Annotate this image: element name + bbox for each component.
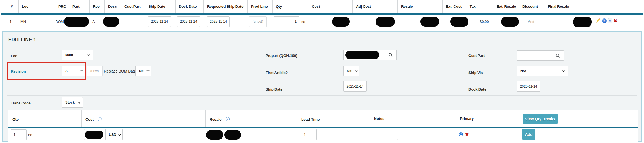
column-header-requested-ship-date: Requested Ship Date [203, 0, 247, 13]
resale-column-header: Resale [210, 117, 222, 121]
primary-column-header: Primary [460, 116, 474, 121]
column-header-qty: Qty [272, 0, 308, 13]
line-rev: A [92, 20, 95, 24]
column-header-prod-line: Prod Line [247, 0, 272, 13]
column-header-cust-part: Cust Part [121, 0, 145, 13]
notes-column-header: Notes [374, 116, 384, 121]
break-qty-input[interactable]: 1 [11, 129, 27, 140]
column-separator [81, 110, 82, 127]
redacted-ext-cost [450, 17, 468, 27]
header-underline-bar [8, 127, 638, 128]
tax-value: $0.00 [480, 20, 489, 24]
add-qty-break-button[interactable]: Add [522, 129, 535, 140]
line-summary-table: # Loc PRC Part Rev Desc Cust Part Ship D… [1, 0, 643, 28]
row-divider [7, 95, 637, 96]
column-separator [370, 110, 370, 127]
redacted-cost [332, 17, 350, 27]
search-icon[interactable] [388, 53, 393, 59]
redacted-prcpart-value [345, 51, 379, 59]
column-header-prc: PRC [55, 0, 69, 13]
revision-label: Revision [11, 69, 26, 73]
line-loc: MN [20, 20, 26, 24]
panel-dock-date-input[interactable]: 2025-11-14 [517, 81, 540, 92]
prcpart-label: Prcpart (QOH:100) [266, 54, 297, 58]
header-underline-bar [1, 13, 643, 15]
column-header-discount: Discount [519, 0, 544, 13]
first-article-label: First Article? [266, 71, 288, 75]
primary-radio[interactable] [459, 132, 463, 136]
trans-code-label: Trans Code [11, 101, 31, 105]
prod-line-input[interactable]: (unset) [249, 16, 267, 27]
cust-part-search-input[interactable] [517, 50, 564, 61]
replace-bom-label: Replace BOM Data? [104, 69, 138, 73]
column-separator [205, 110, 206, 127]
replace-bom-select[interactable]: No [135, 66, 151, 76]
trans-code-select[interactable]: Stock [62, 97, 83, 108]
chevron-down-icon [88, 53, 90, 56]
column-separator [297, 110, 297, 127]
edit-pencil-icon[interactable] [596, 18, 601, 23]
loc-label: Loc [11, 54, 17, 58]
notes-input[interactable] [373, 129, 398, 140]
column-header-actions [595, 0, 643, 13]
redacted-resale [420, 17, 439, 27]
cost-info-icon[interactable]: i [98, 117, 102, 121]
resale-info-icon[interactable]: i [226, 117, 230, 121]
loc-select[interactable]: Main [62, 50, 93, 60]
remove-break-icon[interactable]: ✖ [465, 132, 469, 137]
ship-date-label: Ship Date [266, 87, 282, 91]
lead-time-input[interactable]: 1 [301, 129, 317, 140]
chevron-down-icon [81, 69, 83, 72]
column-header-ext-cost: Ext. Cost [442, 0, 466, 13]
redacted-final-resale [573, 17, 592, 27]
view-qty-breaks-button[interactable]: View Qty Breaks [523, 114, 558, 124]
redacted-part-number [64, 17, 89, 27]
ship-via-label: Ship Via [468, 71, 483, 75]
chevron-down-icon [562, 69, 565, 72]
delete-line-icon[interactable]: ✖ [614, 19, 617, 23]
column-separator [519, 110, 519, 127]
column-header-final-resale: Final Resale [544, 0, 595, 13]
dock-date-input[interactable]: 2025-11-14 [177, 16, 200, 27]
cost-currency-select[interactable]: USD [105, 129, 123, 140]
info-icon[interactable]: i [602, 18, 607, 23]
revision-new-input[interactable]: (new) [87, 66, 103, 76]
discount-add-link[interactable]: Add [528, 20, 534, 24]
requested-ship-date-input[interactable]: 2025-11-14 [207, 16, 230, 27]
ship-via-select[interactable]: N/A [517, 66, 568, 76]
revision-select[interactable]: A [62, 66, 86, 76]
qty-input[interactable]: 1 [274, 16, 299, 27]
column-header-num: # [7, 0, 18, 13]
chevron-down-icon [78, 101, 81, 104]
qty-pricing-table: Qty Cost i Resale i Lead Time Notes Prim… [8, 110, 638, 142]
line-number: 1 [9, 20, 11, 24]
column-header-ext-resale: Ext. Resale [493, 0, 519, 13]
page-left-edge [1, 28, 1, 143]
first-article-select[interactable]: No [343, 66, 359, 76]
row-divider [7, 63, 637, 63]
cust-part-label: Cust Part [468, 54, 485, 58]
redacted-ext-resale [501, 17, 519, 27]
redacted-break-resale [206, 130, 223, 140]
line-prc: BOM [56, 20, 64, 24]
chevron-down-icon [355, 69, 358, 72]
ship-date-input[interactable]: 2025-11-14 [148, 16, 171, 27]
column-header-resale: Resale [397, 0, 442, 13]
panel-title: EDIT LINE 1 [8, 37, 36, 43]
lead-time-column-header: Lead Time [301, 117, 320, 121]
column-header-ship-date: Ship Date [145, 0, 175, 13]
panel-ship-date-input[interactable]: 2025-11-14 [343, 81, 367, 92]
page-right-edge [643, 28, 643, 143]
redacted-break-resale-currency [224, 130, 241, 140]
copy-line-icon[interactable] [608, 18, 612, 23]
order-line-editor-screen: # Loc PRC Part Rev Desc Cust Part Ship D… [0, 0, 644, 143]
column-header-loc: Loc [18, 0, 55, 13]
search-icon[interactable] [556, 53, 560, 59]
row-divider [7, 80, 637, 80]
break-uom-label: ea [28, 133, 32, 137]
column-header-tax: Tax [466, 0, 493, 13]
column-header-cost: Cost [308, 0, 352, 13]
chevron-down-icon [147, 69, 150, 72]
redacted-description [103, 17, 119, 27]
column-header-dock-date: Dock Date [175, 0, 203, 13]
